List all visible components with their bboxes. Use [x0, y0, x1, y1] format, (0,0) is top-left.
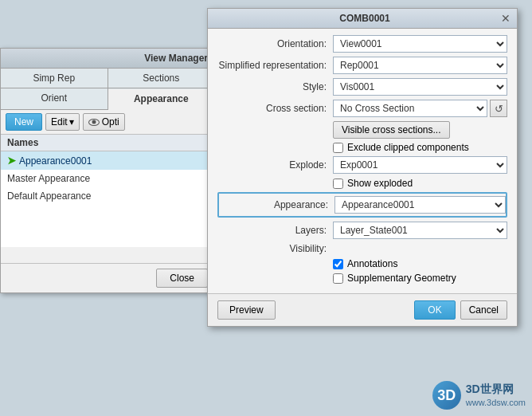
new-button[interactable]: New: [6, 113, 42, 131]
appearance-label: Appearance:: [219, 199, 334, 210]
style-select[interactable]: Vis0001: [333, 78, 507, 96]
watermark: 3D 3D世界网 www.3dsw.com: [432, 381, 526, 410]
tabs-row: Simp Rep Sections: [1, 69, 214, 88]
close-button[interactable]: Close: [156, 269, 208, 288]
view-manager-footer: Close: [1, 263, 214, 292]
watermark-icon: 3D: [432, 381, 461, 410]
explode-select[interactable]: Exp0001: [333, 156, 507, 174]
appearance-row: Appearance: Appearance0001: [217, 192, 507, 218]
tab-appearance[interactable]: Appearance: [108, 89, 215, 110]
layers-select-wrapper: Layer_State001: [333, 222, 507, 239]
chevron-down-icon: ▾: [69, 116, 74, 128]
watermark-text: 3D世界网 www.3dsw.com: [466, 382, 526, 410]
comb-title: COMB0001: [229, 13, 501, 24]
orientation-row: Orientation: View0001: [217, 35, 507, 53]
list-item[interactable]: ➤ Appearance0001: [1, 151, 214, 170]
edit-button[interactable]: Edit ▾: [45, 113, 80, 131]
preview-button[interactable]: Preview: [217, 300, 276, 320]
orientation-label: Orientation:: [217, 38, 333, 49]
orientation-select[interactable]: View0001: [333, 35, 507, 53]
show-exploded-label: Show exploded: [347, 178, 413, 189]
cancel-button[interactable]: Cancel: [460, 300, 507, 320]
simplified-rep-label: Simplified representation:: [217, 60, 333, 71]
view-manager-title: View Manager: [144, 53, 208, 64]
simplified-rep-select-wrapper: Rep0001: [333, 57, 507, 74]
layers-control: Layer_State001: [333, 222, 507, 239]
list-header: Names: [1, 135, 214, 151]
appearance-select-wrapper: Appearance0001: [334, 196, 506, 214]
simplified-rep-row: Simplified representation: Rep0001: [217, 57, 507, 74]
annotations-checkbox[interactable]: [333, 259, 343, 269]
cross-section-control: No Cross Section ↺: [333, 100, 507, 117]
visibility-row: Visibility:: [217, 243, 507, 254]
opti-button[interactable]: Opti: [83, 113, 125, 131]
show-exploded-row: Show exploded: [333, 178, 507, 189]
simplified-rep-select[interactable]: Rep0001: [333, 57, 507, 74]
annotations-row: Annotations: [333, 258, 507, 269]
list-item[interactable]: Default Appearance: [1, 187, 214, 205]
tabs-row2: Orient Appearance: [1, 88, 214, 110]
explode-row: Explode: Exp0001: [217, 156, 507, 174]
cross-section-label: Cross section:: [217, 103, 333, 114]
supplementary-row: Supplementary Geometry: [333, 273, 507, 284]
cross-section-select-wrapper: No Cross Section: [333, 100, 487, 117]
visible-cross-sections-button[interactable]: Visible cross sections...: [333, 121, 450, 139]
visibility-label: Visibility:: [217, 243, 333, 254]
exclude-clipped-label: Exclude clipped components: [347, 142, 469, 153]
eye-icon: [88, 119, 100, 126]
tab-sections[interactable]: Sections: [108, 69, 215, 88]
appearance-form-row: Appearance: Appearance0001: [219, 196, 506, 214]
tab-simp-rep[interactable]: Simp Rep: [1, 69, 108, 88]
footer-right: OK Cancel: [414, 300, 507, 320]
cross-section-row: Cross section: No Cross Section ↺: [217, 100, 507, 117]
appearance-select[interactable]: Appearance0001: [334, 196, 506, 214]
ok-button[interactable]: OK: [414, 300, 455, 320]
show-exploded-checkbox[interactable]: [333, 179, 343, 189]
comb-titlebar: COMB0001 ✕: [208, 9, 517, 29]
appearance-control: Appearance0001: [334, 196, 506, 214]
supplementary-label: Supplementary Geometry: [347, 273, 456, 284]
style-label: Style:: [217, 81, 333, 92]
view-manager-titlebar: View Manager: [1, 49, 214, 69]
orientation-select-wrapper: View0001: [333, 35, 507, 53]
toolbar: New Edit ▾ Opti: [1, 110, 214, 135]
list-area: ➤ Appearance0001 Master Appearance Defau…: [1, 151, 214, 247]
explode-control: Exp0001: [333, 156, 507, 174]
style-control: Vis0001: [333, 78, 507, 96]
layers-row: Layers: Layer_State001: [217, 222, 507, 239]
comb-footer: Preview OK Cancel: [208, 293, 517, 326]
style-select-wrapper: Vis0001: [333, 78, 507, 96]
list-item[interactable]: Master Appearance: [1, 170, 214, 187]
view-manager-panel: View Manager Simp Rep Sections Orient Ap…: [0, 48, 215, 293]
cross-section-select[interactable]: No Cross Section: [333, 100, 487, 117]
style-row: Style: Vis0001: [217, 78, 507, 96]
simplified-rep-control: Rep0001: [333, 57, 507, 74]
orientation-control: View0001: [333, 35, 507, 53]
layers-select[interactable]: Layer_State001: [333, 222, 507, 239]
supplementary-checkbox[interactable]: [333, 273, 343, 284]
arrow-icon: ➤: [7, 155, 16, 167]
layers-label: Layers:: [217, 225, 333, 236]
exclude-clipped-checkbox[interactable]: [333, 143, 343, 153]
exclude-clipped-row: Exclude clipped components: [333, 142, 507, 153]
explode-select-wrapper: Exp0001: [333, 156, 507, 174]
tab-orient[interactable]: Orient: [1, 88, 108, 109]
refresh-button[interactable]: ↺: [490, 100, 507, 117]
close-icon[interactable]: ✕: [501, 13, 510, 24]
comb-body: Orientation: View0001 Simplified represe…: [208, 29, 517, 293]
explode-label: Explode:: [217, 159, 333, 171]
comb-dialog: COMB0001 ✕ Orientation: View0001 Simplif…: [207, 8, 518, 327]
annotations-label: Annotations: [347, 258, 397, 269]
